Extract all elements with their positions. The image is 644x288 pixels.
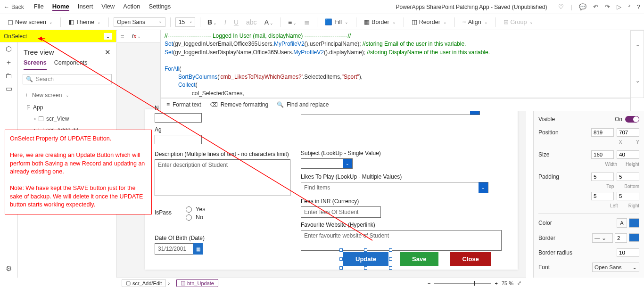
redo-icon[interactable]: ↷ <box>605 3 610 10</box>
undo-icon[interactable]: ↶ <box>593 3 598 10</box>
menu-insert[interactable]: Insert <box>78 3 93 11</box>
property-selector[interactable]: OnSelect <box>0 30 116 42</box>
valign-icon[interactable]: ≣ <box>302 18 312 26</box>
menu-view[interactable]: View <box>101 3 115 11</box>
font-color-icon[interactable]: A⌄ <box>262 18 276 26</box>
description-label: Description (Multiple lines of text - no… <box>155 151 291 157</box>
new-screen-button[interactable]: ▢ New screen ⌄ <box>5 14 56 30</box>
fx-label[interactable]: fx⌄ <box>128 30 145 42</box>
menu-file[interactable]: File <box>34 3 44 11</box>
border-style-select[interactable]: — ⌄ <box>592 233 613 243</box>
share-icon[interactable]: ᐣ <box>628 3 630 10</box>
pad-bottom-input[interactable] <box>617 173 639 181</box>
format-text-button[interactable]: ≡ Format text <box>166 101 201 108</box>
menu-home[interactable]: Home <box>52 3 69 11</box>
add-rail-icon[interactable]: ＋ <box>0 58 17 67</box>
italic-icon[interactable]: I <box>222 18 229 26</box>
zoom-in-icon[interactable]: + <box>495 280 497 286</box>
update-button[interactable]: Update <box>343 252 388 266</box>
subject-label: Subject (LookUp - Single Value) <box>301 150 489 156</box>
tree-new-screen[interactable]: ＋ New screen ⌄ <box>18 88 116 102</box>
breadcrumb-screen[interactable]: ▢ scr_Add/Edit <box>122 279 166 287</box>
formula-toolbar: ≡ Format text ⌫ Remove formatting 🔍 Find… <box>160 98 631 111</box>
fees-input[interactable]: Enter fees Of Student <box>301 206 381 218</box>
subject-combo[interactable]: ⌄ <box>301 158 353 169</box>
underline-icon[interactable]: U <box>231 18 241 26</box>
close-button[interactable]: Close <box>450 252 491 266</box>
fit-icon[interactable]: ⤢ <box>517 280 521 286</box>
help-icon[interactable]: ? <box>637 3 640 10</box>
tree-item-scr-view[interactable]: › scr_View <box>18 113 116 124</box>
remove-formatting-button[interactable]: ⌫ Remove formatting <box>210 101 268 108</box>
pos-y-input[interactable] <box>617 128 639 137</box>
text-color-swatch[interactable]: A <box>617 218 627 228</box>
font-size-select[interactable]: 15⌄ <box>175 17 195 27</box>
form-screen: N Ag Description (Multiple lines of text… <box>145 109 518 270</box>
height-input[interactable] <box>617 150 639 159</box>
annotation-callout: OnSelect Property Of UPDATE Button. Here… <box>5 130 152 214</box>
tree-app[interactable]: 𝔽 App <box>18 102 116 113</box>
border-button[interactable]: ▦ Border⌄ <box>361 14 399 30</box>
border-color-swatch[interactable] <box>629 233 639 242</box>
zoom-slider[interactable] <box>434 283 491 284</box>
description-input[interactable]: Enter description of Student <box>155 159 290 196</box>
tab-components[interactable]: Components <box>54 59 88 70</box>
ispass-label: IsPass <box>155 209 172 216</box>
website-input[interactable]: Enter favourite website of Student <box>301 230 502 251</box>
expand-down-icon[interactable]: ⌄ <box>631 64 644 98</box>
equals-label: = <box>117 30 128 42</box>
media-rail-icon[interactable]: ▭ <box>0 84 17 93</box>
breadcrumb-control[interactable]: ◫ btn_Update <box>176 279 218 287</box>
pad-right-input[interactable] <box>617 192 639 200</box>
tree-search[interactable]: 🔍 Search <box>23 74 112 84</box>
tab-screens[interactable]: Screens <box>24 59 47 70</box>
formula-code[interactable]: //----------------------- Logged In User… <box>160 30 631 98</box>
fill-color-swatch[interactable] <box>629 218 639 228</box>
pos-x-input[interactable] <box>591 128 614 137</box>
font-select-prop[interactable]: Open Sans⌄ <box>592 263 639 272</box>
bold-icon[interactable]: B⌄ <box>205 18 219 26</box>
group-button: ⊞ Group⌄ <box>501 14 537 30</box>
data-rail-icon[interactable]: 🗀 <box>0 72 17 80</box>
zoom-out-icon[interactable]: − <box>428 280 430 286</box>
ispass-yes-radio[interactable]: Yes <box>186 206 205 213</box>
website-label: Favourite Website (Hyperlink) <box>301 222 489 228</box>
fill-button[interactable]: 🟦 Fill⌄ <box>322 14 351 30</box>
theme-button[interactable]: ◧ Theme ⌄ <box>66 14 104 30</box>
app-title: PowerApps SharePoint Patching App - Save… <box>396 4 547 10</box>
main-menus: File Home Insert View Action Settings <box>34 3 171 11</box>
menu-action[interactable]: Action <box>123 3 140 11</box>
font-select[interactable]: Open Sans⌄ <box>114 17 165 27</box>
fees-label: Fees in INR (Currency) <box>301 198 381 205</box>
align-button[interactable]: ⎓ Align⌄ <box>460 14 491 30</box>
calendar-icon[interactable]: ▦ <box>193 243 203 255</box>
visible-toggle[interactable] <box>625 116 639 123</box>
reorder-button[interactable]: ◫ Reorder⌄ <box>409 14 450 30</box>
expand-up-icon[interactable]: ⌃ <box>631 30 644 64</box>
find-replace-button[interactable]: 🔍 Find and replace <box>277 101 329 108</box>
status-bar: ▢ scr_Add/Edit › ◫ btn_Update − + 75 % ⤢ <box>117 278 526 288</box>
width-input[interactable] <box>591 150 614 159</box>
radius-input[interactable] <box>617 248 639 257</box>
back-button[interactable]: ← Back <box>4 4 24 10</box>
likes-label: Likes To Play (LookUp - Multiple Values) <box>301 173 489 180</box>
dob-input[interactable]: 31/12/2001 <box>155 243 193 255</box>
text-align-ribbon-icon[interactable]: ≡⌄ <box>286 18 299 26</box>
save-button[interactable]: Save <box>400 252 438 266</box>
tree-title: Tree view <box>24 48 54 57</box>
comment-icon[interactable]: 💬 <box>579 3 586 10</box>
settings-rail-icon[interactable]: ⚙ <box>0 264 17 273</box>
properties-panel: VisibleOn Position XY Size WidthHeight P… <box>533 111 644 278</box>
border-width-input[interactable] <box>615 233 627 243</box>
menu-settings[interactable]: Settings <box>149 3 171 11</box>
play-icon[interactable]: ▷ <box>617 3 621 10</box>
close-tree-icon[interactable]: ✕ <box>105 48 111 57</box>
likes-combo[interactable]: Find items⌄ <box>301 182 488 193</box>
insert-rail-icon[interactable]: ⬡ <box>0 45 17 53</box>
strike-icon[interactable]: abc <box>244 18 259 26</box>
pad-top-input[interactable] <box>591 173 614 181</box>
ispass-no-radio[interactable]: No <box>186 214 205 221</box>
formula-expand[interactable]: ⌃ ⌄ <box>631 30 644 98</box>
health-icon[interactable]: ♡ <box>558 3 564 10</box>
pad-left-input[interactable] <box>591 192 614 200</box>
